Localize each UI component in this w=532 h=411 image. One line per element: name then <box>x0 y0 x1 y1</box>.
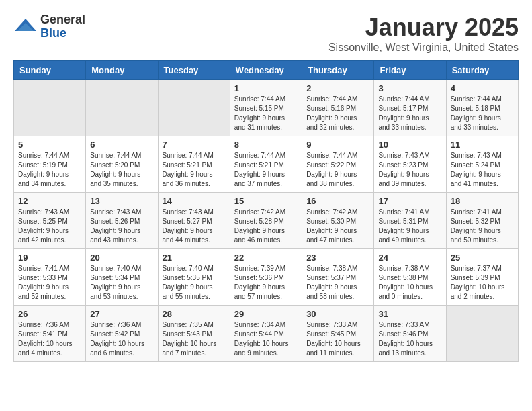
calendar-day-cell: 22Sunrise: 7:39 AM Sunset: 5:36 PM Dayli… <box>230 249 302 306</box>
weekday-header-cell: Wednesday <box>230 61 302 80</box>
header: General Blue January 2025 Sissonville, W… <box>13 13 519 54</box>
calendar-body: 1Sunrise: 7:44 AM Sunset: 5:15 PM Daylig… <box>14 80 519 362</box>
day-number: 19 <box>18 253 81 263</box>
calendar-week-row: 1Sunrise: 7:44 AM Sunset: 5:15 PM Daylig… <box>14 80 519 136</box>
calendar-day-cell: 20Sunrise: 7:40 AM Sunset: 5:34 PM Dayli… <box>86 249 158 306</box>
weekday-header-cell: Sunday <box>14 61 86 80</box>
calendar-day-cell: 10Sunrise: 7:43 AM Sunset: 5:23 PM Dayli… <box>374 136 446 193</box>
calendar-day-cell: 5Sunrise: 7:44 AM Sunset: 5:19 PM Daylig… <box>14 136 86 193</box>
day-number: 24 <box>378 253 441 263</box>
calendar-day-cell: 13Sunrise: 7:43 AM Sunset: 5:26 PM Dayli… <box>86 193 158 249</box>
calendar-day-cell: 25Sunrise: 7:37 AM Sunset: 5:39 PM Dayli… <box>446 249 518 306</box>
weekday-header-cell: Thursday <box>302 61 374 80</box>
calendar-day-cell: 21Sunrise: 7:40 AM Sunset: 5:35 PM Dayli… <box>158 249 230 306</box>
calendar-day-cell: 17Sunrise: 7:41 AM Sunset: 5:31 PM Dayli… <box>374 193 446 249</box>
calendar-day-cell: 11Sunrise: 7:43 AM Sunset: 5:24 PM Dayli… <box>446 136 518 193</box>
calendar-table: SundayMondayTuesdayWednesdayThursdayFrid… <box>13 60 519 362</box>
day-number: 26 <box>18 309 81 319</box>
day-number: 5 <box>18 140 81 150</box>
day-info: Sunrise: 7:40 AM Sunset: 5:34 PM Dayligh… <box>90 264 153 302</box>
calendar-week-row: 19Sunrise: 7:41 AM Sunset: 5:33 PM Dayli… <box>14 249 519 306</box>
weekday-header-cell: Friday <box>374 61 446 80</box>
day-info: Sunrise: 7:44 AM Sunset: 5:15 PM Dayligh… <box>234 95 298 132</box>
day-info: Sunrise: 7:44 AM Sunset: 5:18 PM Dayligh… <box>451 95 514 132</box>
day-info: Sunrise: 7:36 AM Sunset: 5:41 PM Dayligh… <box>18 320 81 358</box>
calendar-day-cell: 16Sunrise: 7:42 AM Sunset: 5:30 PM Dayli… <box>302 193 374 249</box>
day-info: Sunrise: 7:37 AM Sunset: 5:39 PM Dayligh… <box>451 264 514 302</box>
logo: General Blue <box>13 13 85 40</box>
calendar-day-cell: 6Sunrise: 7:44 AM Sunset: 5:20 PM Daylig… <box>86 136 158 193</box>
calendar-day-cell: 8Sunrise: 7:44 AM Sunset: 5:21 PM Daylig… <box>230 136 302 193</box>
calendar-day-cell <box>14 80 86 136</box>
calendar-day-cell: 26Sunrise: 7:36 AM Sunset: 5:41 PM Dayli… <box>14 306 86 362</box>
day-number: 18 <box>451 196 514 206</box>
day-info: Sunrise: 7:43 AM Sunset: 5:23 PM Dayligh… <box>378 151 441 189</box>
day-number: 29 <box>234 309 298 319</box>
calendar-week-row: 5Sunrise: 7:44 AM Sunset: 5:19 PM Daylig… <box>14 136 519 193</box>
day-number: 8 <box>234 140 298 150</box>
day-info: Sunrise: 7:36 AM Sunset: 5:42 PM Dayligh… <box>90 320 153 358</box>
day-info: Sunrise: 7:42 AM Sunset: 5:28 PM Dayligh… <box>234 208 298 245</box>
calendar-day-cell: 12Sunrise: 7:43 AM Sunset: 5:25 PM Dayli… <box>14 193 86 249</box>
calendar-day-cell: 28Sunrise: 7:35 AM Sunset: 5:43 PM Dayli… <box>158 306 230 362</box>
weekday-header-cell: Saturday <box>446 61 518 80</box>
logo-general-text: General <box>40 13 85 26</box>
calendar-day-cell: 23Sunrise: 7:38 AM Sunset: 5:37 PM Dayli… <box>302 249 374 306</box>
day-info: Sunrise: 7:38 AM Sunset: 5:38 PM Dayligh… <box>378 264 441 302</box>
day-info: Sunrise: 7:43 AM Sunset: 5:24 PM Dayligh… <box>451 151 514 189</box>
day-info: Sunrise: 7:44 AM Sunset: 5:22 PM Dayligh… <box>306 151 369 189</box>
day-info: Sunrise: 7:40 AM Sunset: 5:35 PM Dayligh… <box>163 264 226 302</box>
day-number: 4 <box>451 83 514 93</box>
day-number: 25 <box>451 253 514 263</box>
day-number: 15 <box>234 196 298 206</box>
day-info: Sunrise: 7:38 AM Sunset: 5:37 PM Dayligh… <box>306 264 369 302</box>
calendar-title: January 2025 <box>328 13 519 42</box>
day-info: Sunrise: 7:43 AM Sunset: 5:25 PM Dayligh… <box>18 208 81 245</box>
day-number: 12 <box>18 196 81 206</box>
calendar-day-cell: 7Sunrise: 7:44 AM Sunset: 5:21 PM Daylig… <box>158 136 230 193</box>
calendar-day-cell <box>158 80 230 136</box>
day-info: Sunrise: 7:33 AM Sunset: 5:45 PM Dayligh… <box>306 320 369 358</box>
weekday-header-cell: Tuesday <box>158 61 230 80</box>
calendar-subtitle: Sissonville, West Virginia, United State… <box>328 42 519 54</box>
day-number: 16 <box>306 196 369 206</box>
day-number: 2 <box>306 83 369 93</box>
title-section: January 2025 Sissonville, West Virginia,… <box>328 13 519 54</box>
day-number: 30 <box>306 309 369 319</box>
day-info: Sunrise: 7:44 AM Sunset: 5:20 PM Dayligh… <box>90 151 153 189</box>
day-info: Sunrise: 7:39 AM Sunset: 5:36 PM Dayligh… <box>234 264 298 302</box>
day-number: 9 <box>306 140 369 150</box>
day-info: Sunrise: 7:41 AM Sunset: 5:31 PM Dayligh… <box>378 208 441 245</box>
day-info: Sunrise: 7:34 AM Sunset: 5:44 PM Dayligh… <box>234 320 298 358</box>
calendar-day-cell: 1Sunrise: 7:44 AM Sunset: 5:15 PM Daylig… <box>230 80 302 136</box>
day-info: Sunrise: 7:33 AM Sunset: 5:46 PM Dayligh… <box>378 320 441 358</box>
calendar-day-cell: 3Sunrise: 7:44 AM Sunset: 5:17 PM Daylig… <box>374 80 446 136</box>
day-info: Sunrise: 7:43 AM Sunset: 5:27 PM Dayligh… <box>163 208 226 245</box>
logo-icon <box>13 17 38 36</box>
day-info: Sunrise: 7:43 AM Sunset: 5:26 PM Dayligh… <box>90 208 153 245</box>
day-number: 23 <box>306 253 369 263</box>
calendar-week-row: 12Sunrise: 7:43 AM Sunset: 5:25 PM Dayli… <box>14 193 519 249</box>
weekday-header-cell: Monday <box>86 61 158 80</box>
day-number: 17 <box>378 196 441 206</box>
day-number: 6 <box>90 140 153 150</box>
calendar-day-cell: 15Sunrise: 7:42 AM Sunset: 5:28 PM Dayli… <box>230 193 302 249</box>
day-number: 1 <box>234 83 298 93</box>
day-number: 11 <box>451 140 514 150</box>
weekday-header-row: SundayMondayTuesdayWednesdayThursdayFrid… <box>14 61 519 80</box>
day-info: Sunrise: 7:44 AM Sunset: 5:21 PM Dayligh… <box>163 151 226 189</box>
day-info: Sunrise: 7:44 AM Sunset: 5:17 PM Dayligh… <box>378 95 441 132</box>
calendar-day-cell: 31Sunrise: 7:33 AM Sunset: 5:46 PM Dayli… <box>374 306 446 362</box>
calendar-day-cell <box>446 306 518 362</box>
calendar-day-cell: 30Sunrise: 7:33 AM Sunset: 5:45 PM Dayli… <box>302 306 374 362</box>
day-info: Sunrise: 7:44 AM Sunset: 5:16 PM Dayligh… <box>306 95 369 132</box>
calendar-day-cell: 29Sunrise: 7:34 AM Sunset: 5:44 PM Dayli… <box>230 306 302 362</box>
day-info: Sunrise: 7:44 AM Sunset: 5:19 PM Dayligh… <box>18 151 81 189</box>
day-number: 10 <box>378 140 441 150</box>
calendar-week-row: 26Sunrise: 7:36 AM Sunset: 5:41 PM Dayli… <box>14 306 519 362</box>
day-info: Sunrise: 7:44 AM Sunset: 5:21 PM Dayligh… <box>234 151 298 189</box>
day-number: 13 <box>90 196 153 206</box>
day-number: 14 <box>163 196 226 206</box>
day-info: Sunrise: 7:41 AM Sunset: 5:33 PM Dayligh… <box>18 264 81 302</box>
logo-blue-text: Blue <box>40 26 66 40</box>
